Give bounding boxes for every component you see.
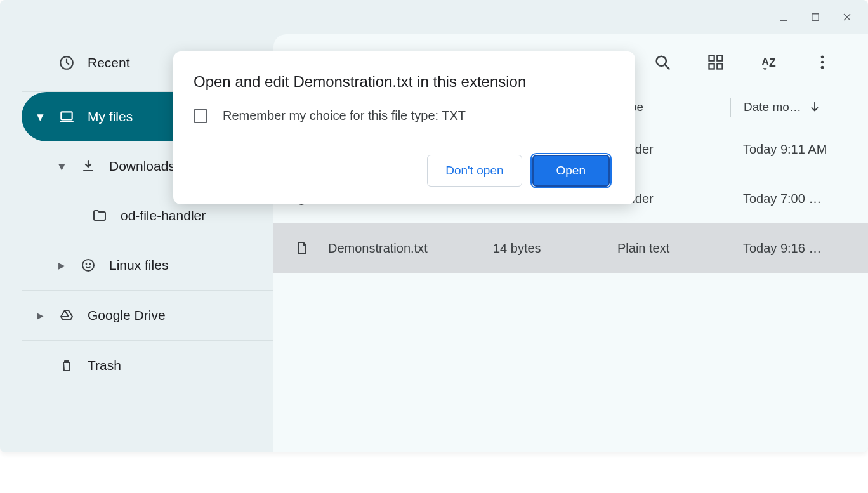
open-file-dialog: Open and edit Demonstration.txt in this … (173, 51, 635, 204)
sidebar-item-google-drive[interactable]: ▸ Google Drive (22, 291, 273, 340)
svg-rect-9 (709, 63, 714, 69)
svg-rect-10 (717, 63, 722, 69)
laptop-icon (58, 108, 75, 125)
svg-rect-7 (709, 56, 714, 61)
chevron-right-icon: ▸ (34, 308, 46, 323)
sidebar-label-google-drive: Google Drive (88, 308, 166, 323)
folder-icon (91, 207, 108, 224)
svg-point-4 (86, 263, 88, 265)
dialog-title: Open and edit Demonstration.txt in this … (194, 73, 610, 91)
svg-rect-8 (717, 56, 722, 61)
window-maximize-button[interactable] (801, 3, 830, 32)
dont-open-button[interactable]: Don't open (427, 155, 522, 187)
chevron-down-icon: ▾ (34, 109, 46, 124)
clock-icon (58, 55, 75, 71)
linux-icon (80, 257, 96, 273)
chevron-right-icon: ▸ (56, 258, 67, 273)
column-header-date[interactable]: Date mo… (744, 100, 868, 114)
table-row[interactable]: Demonstration.txt 14 bytes Plain text To… (273, 223, 868, 273)
sidebar-label-recent: Recent (88, 55, 130, 70)
cell-name: Demonstration.txt (328, 241, 428, 256)
svg-text:A: A (761, 56, 769, 67)
maximize-icon (810, 11, 821, 23)
sidebar-label-od-file-handler: od-file-handler (121, 208, 206, 223)
file-icon (293, 239, 310, 257)
open-button[interactable]: Open (532, 155, 610, 187)
window-titlebar (0, 0, 868, 34)
more-options-button[interactable] (810, 49, 835, 75)
column-divider (730, 98, 731, 117)
svg-point-6 (657, 56, 666, 66)
grid-icon (707, 53, 725, 71)
cell-date: Today 7:00 … (730, 192, 868, 206)
close-icon (841, 11, 853, 23)
cell-type: Plain text (617, 241, 730, 256)
remember-choice-label: Remember my choice for this file type: T… (223, 108, 466, 123)
remember-choice-checkbox[interactable] (194, 109, 207, 123)
svg-point-3 (82, 260, 94, 271)
drive-icon (58, 307, 75, 324)
window-minimize-button[interactable] (769, 3, 798, 32)
view-grid-button[interactable] (703, 49, 728, 75)
svg-point-13 (821, 56, 824, 59)
download-icon (80, 158, 96, 174)
more-vertical-icon (813, 53, 831, 71)
cell-size: 14 bytes (493, 241, 617, 256)
search-button[interactable] (650, 49, 675, 75)
svg-text:Z: Z (769, 56, 776, 69)
arrow-down-icon (808, 100, 822, 114)
cell-date: Today 9:11 AM (730, 142, 868, 157)
svg-point-14 (821, 61, 824, 64)
svg-rect-0 (812, 14, 819, 21)
minimize-icon (778, 11, 789, 23)
sidebar-label-trash: Trash (88, 358, 121, 373)
svg-point-5 (89, 263, 91, 265)
svg-point-15 (821, 66, 824, 69)
sidebar-item-linux-files[interactable]: ▸ Linux files (22, 240, 273, 290)
sort-az-icon: AZ (760, 53, 778, 71)
sidebar-label-linux-files: Linux files (109, 258, 168, 273)
window-close-button[interactable] (832, 3, 862, 32)
chevron-down-icon: ▾ (56, 159, 67, 174)
search-icon (654, 53, 671, 71)
sidebar-item-trash[interactable]: Trash (22, 341, 273, 390)
sort-button[interactable]: AZ (756, 49, 782, 75)
sidebar-label-downloads: Downloads (109, 159, 175, 174)
sidebar-label-my-files: My files (88, 109, 133, 124)
svg-rect-2 (61, 112, 72, 119)
trash-icon (58, 357, 75, 374)
cell-date: Today 9:16 … (730, 241, 868, 256)
app-window: Recent ▾ My files ▾ Downloads (0, 0, 868, 452)
